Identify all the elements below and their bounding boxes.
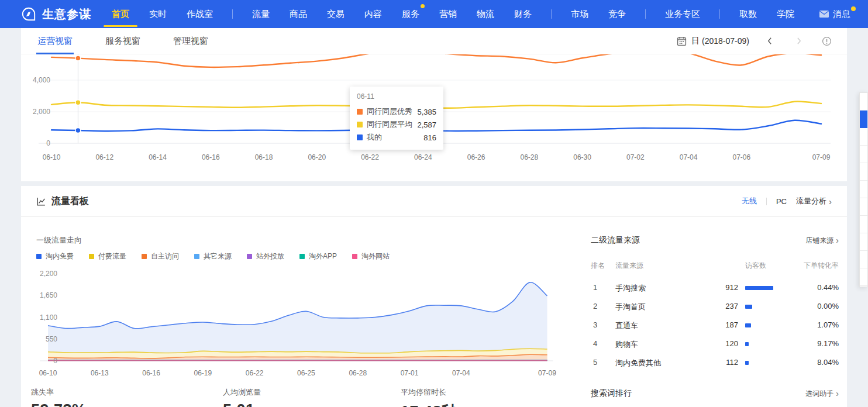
brand-logo[interactable]: 生意参谋 xyxy=(21,6,91,22)
nav-item-label: 业务专区 xyxy=(665,9,700,20)
legend-item[interactable]: 付费流量 xyxy=(89,251,126,261)
nav-item[interactable]: 营销 xyxy=(439,0,457,28)
nav-item-label: 营销 xyxy=(439,9,457,20)
axis-label: 06-18 xyxy=(255,153,273,161)
date-bar: 日 (2018-07-09) xyxy=(677,35,832,47)
nav-item-label: 市场 xyxy=(571,9,588,20)
nav-item[interactable]: 流量 xyxy=(252,0,270,28)
traffic-area-chart[interactable] xyxy=(21,268,594,368)
stat-bounce-rate: 跳失率 59.73% xyxy=(31,387,87,407)
source-visitors: 120 xyxy=(702,339,738,348)
view-tab[interactable]: 服务视窗 xyxy=(105,28,140,54)
line-chart-icon xyxy=(36,196,46,206)
source-table-row[interactable]: 4 购物车 120 9.17% xyxy=(591,334,839,353)
prev-date-button[interactable] xyxy=(764,35,774,47)
legend-item[interactable]: 自主访问 xyxy=(142,251,179,261)
calendar-icon[interactable] xyxy=(677,36,687,46)
legend-swatch xyxy=(247,254,252,259)
shop-sources-link[interactable]: 店铺来源› xyxy=(805,236,839,246)
source-table-row[interactable]: 1 手淘搜索 912 0.44% xyxy=(591,278,839,297)
nav-item-label: 流量 xyxy=(252,9,270,20)
brand-name: 生意参谋 xyxy=(42,6,91,22)
nav-item[interactable]: 物流 xyxy=(477,0,494,28)
view-tabbar: 运营视窗 服务视窗 xyxy=(21,28,847,54)
col-rank: 排名 xyxy=(591,261,605,271)
y-axis-label: 1,100 xyxy=(21,313,57,322)
board-link[interactable]: 流量分析› xyxy=(796,196,832,206)
source-name: 购物车 xyxy=(615,339,638,350)
info-icon[interactable] xyxy=(822,36,832,46)
nav-item[interactable]: 学院 xyxy=(777,0,794,28)
area-chart-legend: 淘内免费 付费流量 自主访问 其它来源 站外投放 淘外APP xyxy=(36,251,390,261)
nav-item-label: 学院 xyxy=(777,9,794,20)
axis-label: 07-04 xyxy=(452,369,470,377)
quick-nav-active-item[interactable] xyxy=(860,111,867,128)
legend-swatch xyxy=(194,254,199,259)
legend-item[interactable]: 其它来源 xyxy=(194,251,232,261)
divider xyxy=(719,9,720,19)
messages-button[interactable]: 消息 xyxy=(819,9,850,20)
legend-label: 其它来源 xyxy=(204,251,232,261)
axis-label: 06-16 xyxy=(142,369,160,377)
nav-item[interactable]: 竞争 xyxy=(608,0,626,28)
date-value[interactable]: (2018-07-09) xyxy=(702,36,749,46)
stat-label: 平均停留时长 xyxy=(401,387,458,398)
axis-label: 06-19 xyxy=(194,369,212,377)
stat-label: 跳失率 xyxy=(31,387,87,398)
nav-item[interactable]: 内容 xyxy=(364,0,382,28)
axis-label: 06-28 xyxy=(349,369,367,377)
legend-item[interactable]: 淘内免费 xyxy=(36,251,74,261)
legend-item[interactable]: 站外投放 xyxy=(247,251,284,261)
axis-label: 06-22 xyxy=(246,369,264,377)
visitors-bar xyxy=(745,342,749,346)
axis-label: 06-10 xyxy=(39,369,57,377)
divider xyxy=(232,9,233,19)
view-tab[interactable]: 管理视窗 xyxy=(173,28,208,54)
source-visitors: 912 xyxy=(702,283,738,292)
nav-item[interactable]: 财务 xyxy=(514,0,532,28)
nav-item-label: 实时 xyxy=(149,9,167,20)
legend-item[interactable]: 淘外网站 xyxy=(352,251,390,261)
source-table-row[interactable]: 3 直通车 187 1.07% xyxy=(591,316,839,334)
view-tab-label: 服务视窗 xyxy=(105,36,140,47)
source-name: 手淘首页 xyxy=(615,302,646,312)
board-link-label: 无线 xyxy=(742,196,757,206)
axis-label: 06-10 xyxy=(43,153,61,161)
view-tab[interactable]: 运营视窗 xyxy=(37,28,73,54)
col-source: 流量来源 xyxy=(615,261,643,271)
source-table-row[interactable]: 2 手淘首页 237 0.00% xyxy=(591,297,839,316)
quick-nav-panel[interactable] xyxy=(859,92,868,287)
board-link[interactable]: PC› xyxy=(776,197,787,206)
tooltip-row: 同行同层优秀 5,385 xyxy=(357,105,436,118)
nav-item[interactable]: 服务 xyxy=(402,0,419,28)
nav-item[interactable]: 取数 xyxy=(739,0,757,28)
source-table-row[interactable]: 5 淘内免费其他 112 8.04% xyxy=(591,353,839,372)
source-visitors: 187 xyxy=(702,320,738,329)
legend-item[interactable]: 淘外APP xyxy=(299,251,337,261)
axis-label: 06-14 xyxy=(149,153,167,161)
nav-item-label: 作战室 xyxy=(187,9,213,20)
nav-item[interactable]: 商品 xyxy=(290,0,307,28)
chart-tooltip: 06-11 同行同层优秀 5,385 同行同层平均 2,587 我的 816 xyxy=(350,87,443,150)
nav-item-label: 物流 xyxy=(477,9,494,20)
visitors-bar xyxy=(745,305,752,309)
legend-label: 站外投放 xyxy=(256,251,284,261)
nav-item[interactable]: 市场 xyxy=(571,0,588,28)
word-helper-link[interactable]: 选词助手› xyxy=(805,389,839,399)
divider xyxy=(645,9,646,19)
board-link[interactable]: 无线› xyxy=(742,196,757,206)
next-date-button[interactable] xyxy=(794,35,804,47)
secondary-sources-title: 二级流量来源 xyxy=(591,235,640,246)
stat-avg-stay-time: 平均停留时长 17.48秒 xyxy=(401,387,458,407)
nav-item[interactable]: 交易 xyxy=(327,0,345,28)
date-granularity[interactable]: 日 xyxy=(691,36,700,46)
nav-item[interactable]: 首页 xyxy=(112,0,129,28)
axis-label: 07-06 xyxy=(733,153,751,161)
col-conversion: 下单转化率 xyxy=(804,261,839,271)
nav-item[interactable]: 业务专区 xyxy=(665,0,700,28)
nav-item[interactable]: 实时 xyxy=(149,0,167,28)
series-swatch xyxy=(357,109,363,115)
nav-item[interactable]: 作战室 xyxy=(187,0,213,28)
source-rank: 5 xyxy=(593,358,597,367)
y-axis-label: 2,200 xyxy=(21,270,57,278)
